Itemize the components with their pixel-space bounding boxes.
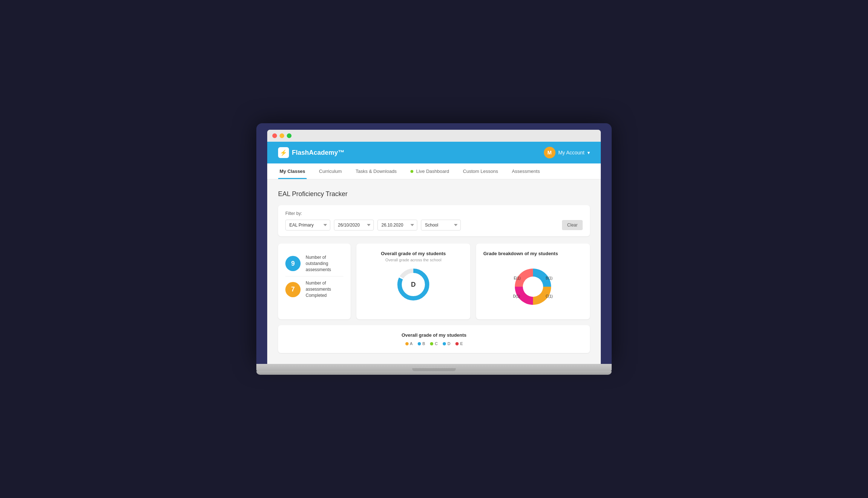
outstanding-badge: 9 bbox=[285, 256, 301, 271]
legend-dot-c bbox=[430, 342, 433, 345]
breakdown-label-b: B(1) bbox=[546, 276, 553, 280]
chevron-down-icon: ▾ bbox=[587, 150, 590, 155]
filter-group-select[interactable]: EAL Primary EAL Secondary bbox=[285, 220, 330, 231]
nav-label-custom: Custom Lessons bbox=[463, 169, 498, 174]
filter-date-from-select[interactable]: 26/10/2020 bbox=[334, 220, 374, 231]
legend-label-b: B bbox=[422, 341, 425, 346]
app-window: ⚡ FlashAcademy™ M My Account ▾ My Classe… bbox=[267, 142, 601, 364]
legend-label-d: D bbox=[447, 341, 450, 346]
window-chrome: ⚡ FlashAcademy™ M My Account ▾ My Classe… bbox=[267, 130, 601, 364]
account-label: My Account bbox=[558, 150, 584, 155]
outstanding-count: 9 bbox=[291, 260, 295, 267]
laptop-container: ⚡ FlashAcademy™ M My Account ▾ My Classe… bbox=[256, 123, 612, 375]
legend-dot-b bbox=[418, 342, 421, 345]
breakdown-pie-svg: B(1) C(1) D(1) E(1) bbox=[506, 261, 560, 312]
svg-point-3 bbox=[523, 277, 543, 297]
nav-label-assessments: Assessments bbox=[512, 169, 540, 174]
legend-item-a: A bbox=[405, 341, 413, 346]
legend-item-d: D bbox=[443, 341, 450, 346]
stats-row: 9 Number of outstanding assessments 7 Nu… bbox=[278, 244, 590, 319]
completed-badge: 7 bbox=[285, 282, 301, 297]
logo-icon: ⚡ bbox=[278, 147, 289, 158]
grade-breakdown-card: Grade breakdown of my students bbox=[476, 244, 590, 319]
nav-item-live-dashboard[interactable]: Live Dashboard bbox=[409, 163, 451, 179]
logo-area: ⚡ FlashAcademy™ bbox=[278, 147, 344, 158]
legend-label-e: E bbox=[460, 341, 463, 346]
nav-label-live: Live Dashboard bbox=[416, 169, 449, 174]
filter-scope-select[interactable]: School My Classes bbox=[421, 220, 461, 231]
breakdown-title: Grade breakdown of my students bbox=[483, 251, 583, 256]
legend-label-c: C bbox=[435, 341, 438, 346]
nav-label-curriculum: Curriculum bbox=[319, 169, 342, 174]
close-button[interactable] bbox=[272, 133, 277, 138]
app-content: EAL Proficiency Tracker Filter by: EAL P… bbox=[267, 179, 601, 364]
stats-left-card: 9 Number of outstanding assessments 7 Nu… bbox=[278, 244, 351, 319]
laptop-base bbox=[256, 364, 612, 371]
flash-icon: ⚡ bbox=[280, 149, 287, 156]
legend-label-a: A bbox=[410, 341, 413, 346]
account-button[interactable]: M My Account ▾ bbox=[544, 147, 590, 158]
app-header: ⚡ FlashAcademy™ M My Account ▾ bbox=[267, 142, 601, 163]
breakdown-label-e: E(1) bbox=[514, 276, 521, 280]
minimize-button[interactable] bbox=[280, 133, 284, 138]
title-bar bbox=[267, 130, 601, 142]
breakdown-label-d: D(1) bbox=[513, 294, 520, 298]
chart-legend: A B C D bbox=[285, 341, 583, 346]
grade-letter: D bbox=[411, 281, 416, 289]
legend-item-e: E bbox=[455, 341, 463, 346]
maximize-button[interactable] bbox=[287, 133, 292, 138]
filter-date-to-select[interactable]: 26.10.2020 bbox=[377, 220, 417, 231]
overall-grade-subtitle: Overall grade across the school bbox=[385, 258, 442, 262]
legend-dot-d bbox=[443, 342, 446, 345]
grade-donut-chart: D bbox=[395, 266, 431, 303]
breakdown-label-c: C(1) bbox=[546, 294, 553, 298]
bottom-chart-section: Overall grade of my students A B bbox=[278, 325, 590, 353]
legend-item-c: C bbox=[430, 341, 438, 346]
completed-count: 7 bbox=[291, 286, 295, 293]
filter-bar: Filter by: EAL Primary EAL Secondary 26/… bbox=[278, 205, 590, 236]
legend-dot-a bbox=[405, 342, 409, 345]
bottom-chart-title: Overall grade of my students bbox=[285, 332, 583, 338]
nav-item-custom-lessons[interactable]: Custom Lessons bbox=[462, 163, 500, 179]
nav-label-tasks: Tasks & Downloads bbox=[356, 169, 397, 174]
screen-bezel: ⚡ FlashAcademy™ M My Account ▾ My Classe… bbox=[256, 123, 612, 364]
nav-item-assessments[interactable]: Assessments bbox=[511, 163, 541, 179]
completed-stat: 7 Number of assessments Completed bbox=[285, 276, 343, 302]
completed-label: Number of assessments Completed bbox=[306, 280, 343, 298]
overall-grade-title: Overall grade of my students bbox=[381, 251, 446, 256]
overall-grade-card: Overall grade of my students Overall gra… bbox=[356, 244, 470, 319]
outstanding-stat: 9 Number of outstanding assessments bbox=[285, 251, 343, 276]
nav-label-my-classes: My Classes bbox=[280, 169, 305, 174]
legend-item-b: B bbox=[418, 341, 425, 346]
filter-row: EAL Primary EAL Secondary 26/10/2020 26.… bbox=[285, 220, 583, 231]
page-title: EAL Proficiency Tracker bbox=[278, 190, 590, 198]
clear-filter-button[interactable]: Clear bbox=[562, 220, 583, 230]
nav-item-tasks-downloads[interactable]: Tasks & Downloads bbox=[354, 163, 398, 179]
laptop-stand bbox=[256, 371, 612, 375]
app-nav: My Classes Curriculum Tasks & Downloads … bbox=[267, 163, 601, 179]
outstanding-label: Number of outstanding assessments bbox=[306, 254, 343, 273]
logo-text: FlashAcademy™ bbox=[292, 149, 344, 157]
nav-item-my-classes[interactable]: My Classes bbox=[278, 163, 307, 179]
legend-dot-e bbox=[455, 342, 459, 345]
avatar: M bbox=[544, 147, 555, 158]
nav-item-curriculum[interactable]: Curriculum bbox=[318, 163, 343, 179]
live-dot-icon bbox=[410, 170, 413, 173]
filter-label: Filter by: bbox=[285, 211, 583, 216]
